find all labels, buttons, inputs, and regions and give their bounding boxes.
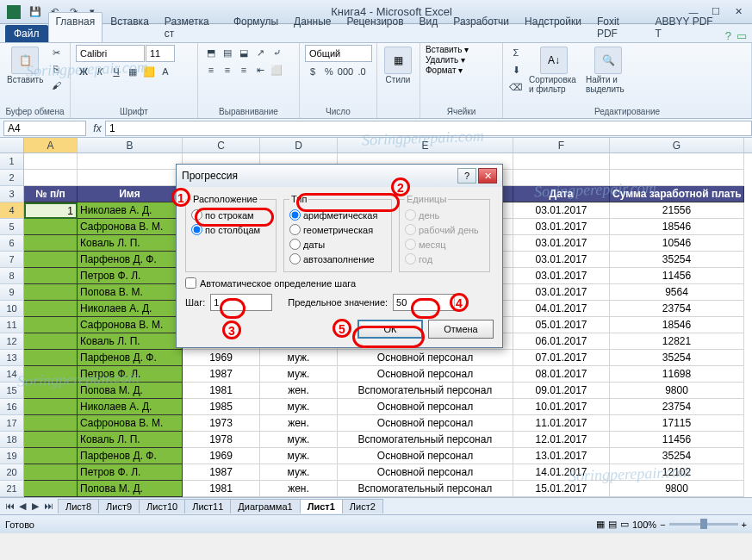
sheet-last-icon[interactable]: ⏭ bbox=[42, 501, 54, 512]
row-header[interactable]: 6 bbox=[0, 235, 24, 252]
dialog-titlebar[interactable]: Прогрессия ? ✕ bbox=[177, 165, 502, 187]
autosum-icon[interactable]: Σ bbox=[508, 45, 524, 60]
underline-icon[interactable]: Ч bbox=[109, 64, 124, 79]
row-header[interactable]: 19 bbox=[0, 448, 24, 464]
row-header[interactable]: 9 bbox=[0, 284, 24, 301]
row-header[interactable]: 3 bbox=[0, 186, 24, 202]
row-header[interactable]: 2 bbox=[0, 170, 24, 186]
cell[interactable]: Основной персонал bbox=[338, 415, 513, 432]
cell[interactable]: 1985 bbox=[183, 399, 260, 415]
zoom-out-icon[interactable]: − bbox=[660, 520, 665, 530]
fill-icon[interactable]: ⬇ bbox=[508, 62, 524, 78]
cell[interactable]: муж. bbox=[260, 464, 338, 481]
align-left-icon[interactable]: ≡ bbox=[203, 62, 219, 78]
cell[interactable]: 08.01.2017 bbox=[513, 366, 610, 383]
column-header[interactable]: F bbox=[513, 138, 610, 152]
cell[interactable] bbox=[24, 415, 78, 432]
cell[interactable]: Основной персонал bbox=[338, 448, 513, 464]
indent-dec-icon[interactable]: ⇤ bbox=[252, 62, 268, 78]
cell[interactable]: 12102 bbox=[610, 464, 744, 481]
cell[interactable] bbox=[24, 350, 78, 366]
cell[interactable] bbox=[78, 153, 183, 170]
cell[interactable]: 1973 bbox=[183, 415, 260, 432]
cut-icon[interactable]: ✂ bbox=[48, 45, 64, 60]
cell[interactable]: 10546 bbox=[610, 235, 744, 252]
format-painter-icon[interactable]: 🖌 bbox=[48, 78, 64, 93]
select-all-corner[interactable] bbox=[0, 138, 24, 152]
sheet-tab[interactable]: Лист2 bbox=[342, 499, 383, 513]
file-tab[interactable]: Файл bbox=[5, 25, 48, 42]
tab-foxit pdf[interactable]: Foxit PDF bbox=[589, 12, 648, 42]
cell[interactable]: 11456 bbox=[610, 432, 744, 448]
cell[interactable]: 03.01.2017 bbox=[513, 235, 610, 252]
cell[interactable]: 9800 bbox=[610, 481, 744, 497]
cell[interactable] bbox=[24, 333, 78, 350]
row-header[interactable]: 10 bbox=[0, 301, 24, 317]
header-cell[interactable]: Имя bbox=[78, 186, 183, 202]
row-header[interactable]: 11 bbox=[0, 317, 24, 333]
cell[interactable]: жен. bbox=[260, 415, 338, 432]
sheet-tab[interactable]: Лист1 bbox=[300, 499, 343, 513]
dialog-help-icon[interactable]: ? bbox=[457, 168, 476, 184]
cell[interactable]: Парфенов Д. Ф. bbox=[78, 448, 183, 464]
cell[interactable]: 12821 bbox=[610, 333, 744, 350]
cell[interactable]: Петров Ф. Л. bbox=[78, 268, 183, 284]
header-cell[interactable]: № п/п bbox=[24, 186, 78, 202]
radio-dates[interactable]: даты bbox=[289, 237, 386, 252]
sheet-tab[interactable]: Лист8 bbox=[58, 499, 99, 513]
help-icon[interactable]: ? bbox=[725, 29, 731, 42]
cell[interactable]: 17115 bbox=[610, 415, 744, 432]
cell[interactable] bbox=[24, 383, 78, 399]
italic-icon[interactable]: К bbox=[92, 64, 108, 79]
cell[interactable]: 11456 bbox=[610, 268, 744, 284]
row-header[interactable]: 21 bbox=[0, 481, 24, 497]
bold-icon[interactable]: Ж bbox=[76, 64, 91, 79]
cell[interactable]: 10.01.2017 bbox=[513, 399, 610, 415]
cell[interactable]: муж. bbox=[260, 448, 338, 464]
radio-columns[interactable]: по столбцам bbox=[191, 222, 270, 237]
align-top-icon[interactable]: ⬒ bbox=[203, 45, 219, 60]
fill-color-icon[interactable]: 🟨 bbox=[141, 64, 157, 79]
cell[interactable] bbox=[24, 235, 78, 252]
sheet-next-icon[interactable]: ▶ bbox=[29, 501, 41, 512]
cell[interactable]: 35254 bbox=[610, 448, 744, 464]
cell[interactable] bbox=[24, 153, 78, 170]
cell[interactable]: 1981 bbox=[183, 383, 260, 399]
radio-rows[interactable]: по строкам bbox=[191, 208, 270, 222]
sort-filter-button[interactable]: A↓ Сортировка и фильтр bbox=[527, 45, 581, 96]
cell[interactable]: муж. bbox=[260, 366, 338, 383]
cell[interactable]: 03.01.2017 bbox=[513, 268, 610, 284]
delete-cells-button[interactable]: Удалить ▾ bbox=[426, 55, 465, 65]
header-cell[interactable]: Сумма заработной плать bbox=[610, 186, 744, 202]
align-middle-icon[interactable]: ▤ bbox=[220, 45, 235, 60]
cell[interactable] bbox=[24, 366, 78, 383]
format-cells-button[interactable]: Формат ▾ bbox=[426, 65, 463, 75]
cell[interactable]: 1987 bbox=[183, 464, 260, 481]
row-header[interactable]: 12 bbox=[0, 333, 24, 350]
cell[interactable] bbox=[24, 284, 78, 301]
row-header[interactable]: 5 bbox=[0, 219, 24, 235]
sheet-tab[interactable]: Лист11 bbox=[184, 499, 231, 513]
cell[interactable] bbox=[24, 317, 78, 333]
cell[interactable]: Парфенов Д. Ф. bbox=[78, 350, 183, 366]
cell[interactable]: 14.01.2017 bbox=[513, 464, 610, 481]
cell[interactable]: 06.01.2017 bbox=[513, 333, 610, 350]
row-header[interactable]: 13 bbox=[0, 350, 24, 366]
save-icon[interactable]: 💾 bbox=[28, 4, 43, 20]
font-size-combo[interactable]: 11 bbox=[146, 45, 175, 62]
currency-icon[interactable]: $ bbox=[305, 64, 320, 79]
clear-icon[interactable]: ⌫ bbox=[508, 79, 524, 95]
cell[interactable] bbox=[24, 170, 78, 186]
column-header[interactable]: A bbox=[24, 138, 78, 152]
tab-данные[interactable]: Данные bbox=[286, 12, 339, 42]
cell[interactable]: 12.01.2017 bbox=[513, 432, 610, 448]
tab-надстройки[interactable]: Надстройки bbox=[517, 12, 589, 42]
radio-autofill[interactable]: автозаполнение bbox=[289, 252, 386, 266]
cell[interactable]: Вспомогательный персонал bbox=[338, 432, 513, 448]
cell[interactable]: 1 bbox=[24, 202, 78, 219]
font-color-icon[interactable]: A bbox=[158, 64, 173, 79]
cell[interactable]: 09.01.2017 bbox=[513, 383, 610, 399]
cell[interactable]: 1981 bbox=[183, 481, 260, 497]
paste-button[interactable]: 📋 Вставить bbox=[5, 45, 45, 86]
cell[interactable]: жен. bbox=[260, 481, 338, 497]
